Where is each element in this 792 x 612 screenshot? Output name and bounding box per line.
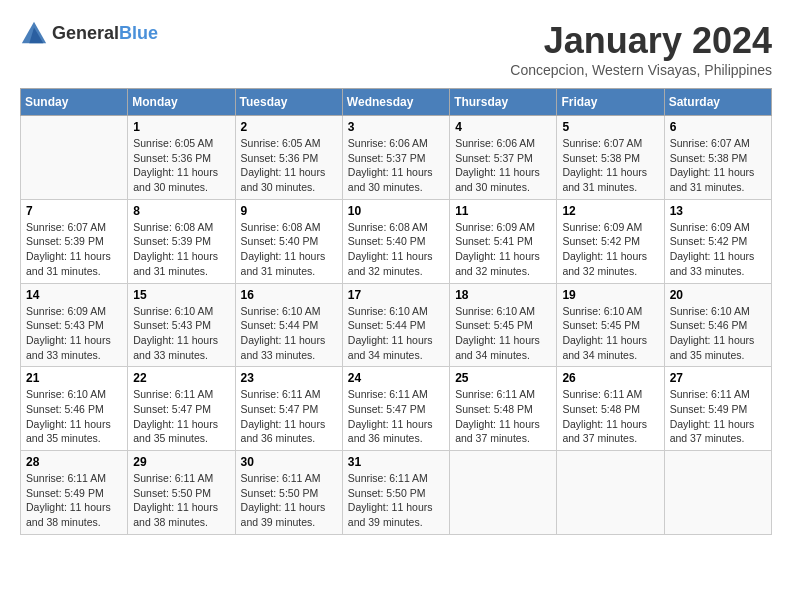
- day-info: Sunrise: 6:11 AMSunset: 5:50 PMDaylight:…: [133, 471, 229, 530]
- day-number: 25: [455, 371, 551, 385]
- logo-icon: [20, 20, 48, 48]
- calendar-cell: 8Sunrise: 6:08 AMSunset: 5:39 PMDaylight…: [128, 199, 235, 283]
- day-info: Sunrise: 6:10 AMSunset: 5:43 PMDaylight:…: [133, 304, 229, 363]
- day-number: 22: [133, 371, 229, 385]
- day-number: 7: [26, 204, 122, 218]
- logo-blue: Blue: [119, 24, 158, 44]
- logo: General Blue: [20, 20, 158, 48]
- calendar-cell: 26Sunrise: 6:11 AMSunset: 5:48 PMDayligh…: [557, 367, 664, 451]
- header-day-friday: Friday: [557, 89, 664, 116]
- day-info: Sunrise: 6:08 AMSunset: 5:40 PMDaylight:…: [241, 220, 337, 279]
- calendar-cell: 17Sunrise: 6:10 AMSunset: 5:44 PMDayligh…: [342, 283, 449, 367]
- calendar-cell: [664, 451, 771, 535]
- calendar-cell: 30Sunrise: 6:11 AMSunset: 5:50 PMDayligh…: [235, 451, 342, 535]
- calendar-cell: 22Sunrise: 6:11 AMSunset: 5:47 PMDayligh…: [128, 367, 235, 451]
- calendar-week-3: 14Sunrise: 6:09 AMSunset: 5:43 PMDayligh…: [21, 283, 772, 367]
- calendar-body: 1Sunrise: 6:05 AMSunset: 5:36 PMDaylight…: [21, 116, 772, 535]
- day-number: 1: [133, 120, 229, 134]
- calendar-week-4: 21Sunrise: 6:10 AMSunset: 5:46 PMDayligh…: [21, 367, 772, 451]
- page-header: General Blue January 2024 Concepcion, We…: [20, 20, 772, 78]
- day-info: Sunrise: 6:11 AMSunset: 5:48 PMDaylight:…: [455, 387, 551, 446]
- day-number: 30: [241, 455, 337, 469]
- day-info: Sunrise: 6:11 AMSunset: 5:49 PMDaylight:…: [26, 471, 122, 530]
- calendar-cell: 12Sunrise: 6:09 AMSunset: 5:42 PMDayligh…: [557, 199, 664, 283]
- day-info: Sunrise: 6:07 AMSunset: 5:38 PMDaylight:…: [670, 136, 766, 195]
- header-day-saturday: Saturday: [664, 89, 771, 116]
- calendar-cell: 16Sunrise: 6:10 AMSunset: 5:44 PMDayligh…: [235, 283, 342, 367]
- day-info: Sunrise: 6:11 AMSunset: 5:50 PMDaylight:…: [348, 471, 444, 530]
- day-info: Sunrise: 6:06 AMSunset: 5:37 PMDaylight:…: [348, 136, 444, 195]
- day-info: Sunrise: 6:05 AMSunset: 5:36 PMDaylight:…: [241, 136, 337, 195]
- day-info: Sunrise: 6:10 AMSunset: 5:45 PMDaylight:…: [562, 304, 658, 363]
- day-number: 12: [562, 204, 658, 218]
- day-number: 19: [562, 288, 658, 302]
- day-info: Sunrise: 6:11 AMSunset: 5:47 PMDaylight:…: [241, 387, 337, 446]
- day-number: 28: [26, 455, 122, 469]
- day-number: 10: [348, 204, 444, 218]
- calendar-cell: 24Sunrise: 6:11 AMSunset: 5:47 PMDayligh…: [342, 367, 449, 451]
- day-number: 16: [241, 288, 337, 302]
- day-info: Sunrise: 6:08 AMSunset: 5:39 PMDaylight:…: [133, 220, 229, 279]
- title-block: January 2024 Concepcion, Western Visayas…: [510, 20, 772, 78]
- day-info: Sunrise: 6:10 AMSunset: 5:45 PMDaylight:…: [455, 304, 551, 363]
- day-info: Sunrise: 6:10 AMSunset: 5:44 PMDaylight:…: [241, 304, 337, 363]
- day-info: Sunrise: 6:05 AMSunset: 5:36 PMDaylight:…: [133, 136, 229, 195]
- calendar-cell: 14Sunrise: 6:09 AMSunset: 5:43 PMDayligh…: [21, 283, 128, 367]
- header-day-tuesday: Tuesday: [235, 89, 342, 116]
- calendar-cell: 1Sunrise: 6:05 AMSunset: 5:36 PMDaylight…: [128, 116, 235, 200]
- logo-general: General: [52, 24, 119, 44]
- header-day-thursday: Thursday: [450, 89, 557, 116]
- calendar-cell: 18Sunrise: 6:10 AMSunset: 5:45 PMDayligh…: [450, 283, 557, 367]
- calendar-cell: 20Sunrise: 6:10 AMSunset: 5:46 PMDayligh…: [664, 283, 771, 367]
- day-number: 27: [670, 371, 766, 385]
- header-day-sunday: Sunday: [21, 89, 128, 116]
- day-info: Sunrise: 6:10 AMSunset: 5:46 PMDaylight:…: [670, 304, 766, 363]
- day-info: Sunrise: 6:11 AMSunset: 5:49 PMDaylight:…: [670, 387, 766, 446]
- calendar-cell: 11Sunrise: 6:09 AMSunset: 5:41 PMDayligh…: [450, 199, 557, 283]
- day-number: 24: [348, 371, 444, 385]
- day-number: 13: [670, 204, 766, 218]
- day-info: Sunrise: 6:09 AMSunset: 5:43 PMDaylight:…: [26, 304, 122, 363]
- day-info: Sunrise: 6:09 AMSunset: 5:41 PMDaylight:…: [455, 220, 551, 279]
- calendar-subtitle: Concepcion, Western Visayas, Philippines: [510, 62, 772, 78]
- day-info: Sunrise: 6:11 AMSunset: 5:50 PMDaylight:…: [241, 471, 337, 530]
- calendar-week-1: 1Sunrise: 6:05 AMSunset: 5:36 PMDaylight…: [21, 116, 772, 200]
- calendar-cell: 28Sunrise: 6:11 AMSunset: 5:49 PMDayligh…: [21, 451, 128, 535]
- day-number: 23: [241, 371, 337, 385]
- day-number: 3: [348, 120, 444, 134]
- day-number: 26: [562, 371, 658, 385]
- calendar-cell: [21, 116, 128, 200]
- day-number: 5: [562, 120, 658, 134]
- day-info: Sunrise: 6:09 AMSunset: 5:42 PMDaylight:…: [670, 220, 766, 279]
- calendar-cell: 31Sunrise: 6:11 AMSunset: 5:50 PMDayligh…: [342, 451, 449, 535]
- calendar-cell: [450, 451, 557, 535]
- calendar-cell: 21Sunrise: 6:10 AMSunset: 5:46 PMDayligh…: [21, 367, 128, 451]
- day-info: Sunrise: 6:10 AMSunset: 5:46 PMDaylight:…: [26, 387, 122, 446]
- day-number: 31: [348, 455, 444, 469]
- calendar-cell: 15Sunrise: 6:10 AMSunset: 5:43 PMDayligh…: [128, 283, 235, 367]
- day-number: 15: [133, 288, 229, 302]
- day-number: 9: [241, 204, 337, 218]
- day-number: 4: [455, 120, 551, 134]
- calendar-title: January 2024: [510, 20, 772, 62]
- day-info: Sunrise: 6:06 AMSunset: 5:37 PMDaylight:…: [455, 136, 551, 195]
- day-info: Sunrise: 6:11 AMSunset: 5:48 PMDaylight:…: [562, 387, 658, 446]
- day-number: 8: [133, 204, 229, 218]
- calendar-week-2: 7Sunrise: 6:07 AMSunset: 5:39 PMDaylight…: [21, 199, 772, 283]
- day-number: 11: [455, 204, 551, 218]
- calendar-cell: 5Sunrise: 6:07 AMSunset: 5:38 PMDaylight…: [557, 116, 664, 200]
- calendar-cell: 4Sunrise: 6:06 AMSunset: 5:37 PMDaylight…: [450, 116, 557, 200]
- day-number: 17: [348, 288, 444, 302]
- day-info: Sunrise: 6:08 AMSunset: 5:40 PMDaylight:…: [348, 220, 444, 279]
- day-number: 2: [241, 120, 337, 134]
- day-info: Sunrise: 6:11 AMSunset: 5:47 PMDaylight:…: [348, 387, 444, 446]
- day-number: 21: [26, 371, 122, 385]
- header-row: SundayMondayTuesdayWednesdayThursdayFrid…: [21, 89, 772, 116]
- calendar-header: SundayMondayTuesdayWednesdayThursdayFrid…: [21, 89, 772, 116]
- day-number: 20: [670, 288, 766, 302]
- header-day-wednesday: Wednesday: [342, 89, 449, 116]
- day-number: 6: [670, 120, 766, 134]
- header-day-monday: Monday: [128, 89, 235, 116]
- day-info: Sunrise: 6:10 AMSunset: 5:44 PMDaylight:…: [348, 304, 444, 363]
- calendar-cell: 27Sunrise: 6:11 AMSunset: 5:49 PMDayligh…: [664, 367, 771, 451]
